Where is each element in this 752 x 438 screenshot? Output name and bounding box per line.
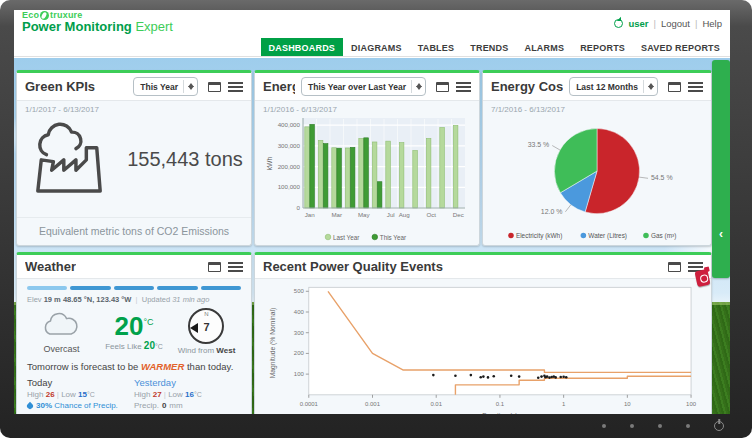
svg-text:400: 400	[294, 309, 305, 315]
energy-cost-pie-chart[interactable]: 54.5 %12.0 %33.5 %Electricity (kWh)Water…	[491, 114, 703, 244]
condition-label: Overcast	[27, 344, 96, 354]
tab-diagrams[interactable]: DIAGRAMS	[343, 38, 410, 56]
maximize-icon[interactable]	[668, 262, 681, 272]
dropdown-arrows-icon	[411, 80, 422, 93]
nav-tabs: DASHBOARDSDIAGRAMSTABLESTRENDSALARMSREPO…	[14, 38, 730, 57]
svg-text:Mar: Mar	[331, 211, 342, 218]
svg-text:Gas (m³): Gas (m³)	[651, 232, 676, 240]
menu-icon[interactable]	[688, 82, 703, 92]
yesterday-high-low: High 27 | Low 16°C	[134, 390, 241, 399]
energy-cost-period-select[interactable]: Last 12 Months	[569, 77, 658, 96]
user-link[interactable]: user	[628, 18, 648, 29]
monitor-controls	[602, 421, 724, 431]
energy-bar-chart[interactable]: 0100,000200,000300,000400,000JanMarMayJu…	[263, 114, 471, 246]
help-link[interactable]: Help	[702, 18, 722, 29]
svg-text:100: 100	[294, 371, 305, 377]
dashboard: Green KPIs This Year 1/1/2017 - 6/13/201…	[14, 58, 730, 414]
forecast-emphasis: WARMER	[141, 361, 184, 372]
svg-text:Electricity (kWh): Electricity (kWh)	[516, 232, 562, 240]
compass-north-label: N	[204, 311, 208, 317]
menu-icon[interactable]	[228, 262, 243, 272]
energy-period-select[interactable]: This Year over Last Year	[301, 77, 426, 96]
product-title-bold: Power Monitoring	[22, 19, 132, 34]
location-line: Elev 19 m 48.65 °N, 123.43 °W | Updated …	[27, 295, 241, 304]
svg-text:Duration (s): Duration (s)	[482, 412, 517, 414]
date-range: 7/1/2016 - 6/13/2017	[491, 105, 703, 114]
svg-text:200,000: 200,000	[278, 163, 301, 170]
logout-link[interactable]: Logout	[661, 18, 690, 29]
dropdown-arrows-icon	[183, 80, 194, 93]
period-value: This Year	[140, 82, 178, 92]
svg-text:33.5 %: 33.5 %	[528, 141, 550, 148]
today-label: Today	[27, 377, 134, 388]
tab-saved-reports[interactable]: SAVED REPORTS	[633, 38, 728, 56]
pq-scatter-chart[interactable]: 1002003004005000.00010.0010.010.1110100D…	[263, 283, 703, 414]
menu-icon[interactable]	[456, 82, 471, 92]
svg-text:Last Year: Last Year	[333, 234, 359, 241]
widget-energy-cost: Energy Cost Brea... Last 12 Months 7/1/2…	[482, 70, 712, 246]
monitor-button	[658, 424, 662, 428]
svg-text:kWh: kWh	[266, 156, 273, 170]
svg-text:300,000: 300,000	[278, 142, 301, 149]
alarm-snapshot-icon[interactable]	[694, 269, 710, 287]
svg-text:300: 300	[294, 330, 305, 336]
green-kpis-period-select[interactable]: This Year	[133, 77, 198, 96]
maximize-icon[interactable]	[208, 262, 221, 272]
svg-text:10: 10	[624, 401, 631, 407]
product-title: Power Monitoring Expert	[22, 20, 173, 34]
tab-alarms[interactable]: ALARMS	[516, 38, 572, 56]
svg-text:May: May	[358, 211, 371, 218]
monitor-bezel: Ecotruxure Power Monitoring Expert user …	[0, 0, 752, 438]
period-value: This Year over Last Year	[308, 82, 406, 92]
feels-like: Feels Like 20°C	[96, 340, 172, 351]
svg-text:12.0 %: 12.0 %	[541, 208, 563, 215]
svg-text:Oct: Oct	[426, 211, 436, 218]
widget-title: Energy ...	[263, 79, 295, 94]
menu-icon[interactable]	[228, 82, 243, 92]
widget-pq-events: Recent Power Quality Events 100200300400…	[254, 252, 712, 414]
maximize-icon[interactable]	[436, 82, 449, 92]
maximize-icon[interactable]	[208, 82, 221, 92]
svg-text:Dec: Dec	[453, 211, 464, 218]
wind-arrow-icon	[185, 323, 198, 333]
user-icon	[614, 19, 623, 28]
coordinates-value: 48.65 °N, 123.43 °W	[63, 295, 132, 304]
widget-title: Weather	[25, 259, 76, 274]
svg-text:54.5 %: 54.5 %	[651, 174, 673, 181]
droplet-icon	[26, 401, 34, 409]
svg-text:100: 100	[686, 401, 697, 407]
tab-reports[interactable]: REPORTS	[572, 38, 633, 56]
wind-speed-value: 7	[203, 321, 209, 333]
svg-text:400,000: 400,000	[278, 121, 301, 128]
app-header: Ecotruxure Power Monitoring Expert user …	[14, 10, 730, 38]
svg-text:200: 200	[294, 350, 305, 356]
widget-weather: Weather Elev 19 m 48.65 °N, 123.43 °W | …	[16, 252, 252, 414]
svg-text:500: 500	[294, 288, 305, 294]
tab-trends[interactable]: TRENDS	[462, 38, 516, 56]
updated-value: 31 min ago	[172, 295, 209, 304]
svg-text:Jan: Jan	[305, 211, 316, 218]
kpi-value: 155,443 tons	[127, 148, 243, 171]
wind-direction: Wind from West	[172, 346, 241, 355]
svg-text:0.1: 0.1	[496, 401, 505, 407]
svg-text:0.01: 0.01	[430, 401, 442, 407]
separator: |	[653, 18, 655, 29]
tab-tables[interactable]: TABLES	[410, 38, 463, 56]
slide-panel-handle[interactable]: ‹	[712, 60, 730, 278]
maximize-icon[interactable]	[668, 82, 681, 92]
yesterday-precip: Precip. 0 mm	[134, 401, 241, 410]
svg-text:Water (Litres): Water (Litres)	[588, 232, 627, 240]
svg-text:Aug: Aug	[399, 211, 411, 218]
tab-dashboards[interactable]: DASHBOARDS	[261, 38, 344, 56]
elevation-value: 19 m	[44, 295, 61, 304]
product-title-light: Expert	[135, 19, 173, 34]
widget-title: Recent Power Quality Events	[263, 259, 443, 274]
svg-text:0.001: 0.001	[365, 401, 381, 407]
svg-text:This Year: This Year	[380, 234, 406, 241]
svg-text:1: 1	[562, 401, 566, 407]
svg-text:Jul: Jul	[387, 211, 395, 218]
widget-title: Green KPIs	[25, 79, 95, 94]
date-range: 1/1/2017 - 6/13/2017	[25, 105, 243, 114]
yesterday-label: Yesterday	[134, 377, 241, 388]
wind-compass: N 7	[188, 308, 224, 344]
